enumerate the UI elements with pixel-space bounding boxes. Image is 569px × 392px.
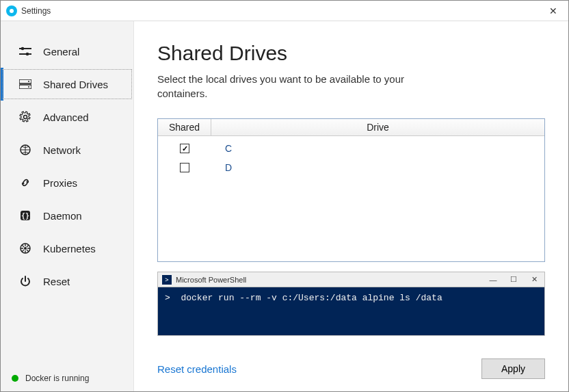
drives-table-header: Shared Drive [158,119,544,136]
drives-table: Shared Drive C D [157,118,545,262]
close-button[interactable]: ✕ [544,3,563,19]
content-footer: Reset credentials Apply [157,345,545,379]
sidebar-item-label: Advanced [43,112,89,123]
main-area: General Shared Drives Advanced Network P [1,21,568,391]
braces-icon: {} [17,209,34,222]
helm-icon [17,241,34,255]
drives-table-body: C D [158,136,544,177]
sidebar-item-label: Reset [43,276,70,287]
power-icon [17,274,34,288]
apply-button[interactable]: Apply [481,358,545,379]
status-indicator-icon [12,375,18,382]
window-title: Settings [21,6,51,16]
sidebar-item-advanced[interactable]: Advanced [1,101,133,133]
terminal-minimize-button[interactable]: — [483,273,503,287]
reset-credentials-link[interactable]: Reset credentials [157,363,237,375]
column-header-shared[interactable]: Shared [158,119,211,135]
sidebar-item-proxies[interactable]: Proxies [1,166,133,199]
drive-row[interactable]: D [158,158,544,177]
terminal-titlebar: > Microsoft PowerShell — ☐ ✕ [157,272,545,287]
drive-name: D [211,162,544,173]
svg-point-5 [28,86,29,88]
page-title: Shared Drives [157,42,545,65]
terminal-maximize-button[interactable]: ☐ [503,273,524,287]
sidebar-item-reset[interactable]: Reset [1,265,133,298]
svg-point-11 [24,247,27,250]
svg-point-1 [26,53,29,56]
sidebar-item-label: Kubernetes [43,243,96,254]
drive-name: C [211,143,544,154]
content-pane: Shared Drives Select the local drives yo… [134,21,568,391]
powershell-icon: > [162,275,172,285]
gear-icon [17,110,34,124]
svg-text:{}: {} [21,212,29,220]
sidebar-item-label: Shared Drives [43,79,108,90]
titlebar: Settings ✕ [1,1,568,21]
link-icon [17,176,34,190]
terminal-close-button[interactable]: ✕ [524,273,544,287]
sidebar-item-shared-drives[interactable]: Shared Drives [1,68,133,101]
svg-rect-2 [19,79,31,83]
sidebar-item-label: Network [43,144,81,156]
svg-rect-3 [19,85,31,89]
svg-point-4 [28,81,29,82]
sidebar-item-network[interactable]: Network [1,133,133,166]
sidebar-item-kubernetes[interactable]: Kubernetes [1,232,133,265]
drive-row[interactable]: C [158,139,544,158]
page-description: Select the local drives you want to be a… [157,72,431,101]
sidebar-item-label: Proxies [43,177,77,189]
terminal-command: docker run --rm -v c:/Users:/data alpine… [181,293,442,303]
drive-shared-checkbox[interactable] [180,144,189,153]
terminal-body: > docker run --rm -v c:/Users:/data alpi… [157,287,545,336]
sidebar-item-label: Daemon [43,210,82,222]
drive-shared-checkbox[interactable] [180,163,189,172]
globe-icon [17,143,34,157]
sidebar-item-label: General [43,46,79,57]
app-icon [6,5,17,16]
column-header-drive[interactable]: Drive [211,119,544,135]
sidebar-item-general[interactable]: General [1,35,133,68]
sidebar: General Shared Drives Advanced Network P [1,21,134,391]
terminal-example: > Microsoft PowerShell — ☐ ✕ > docker ru… [157,272,545,336]
terminal-title: Microsoft PowerShell [176,276,246,284]
drives-icon [17,77,34,91]
status-bar: Docker is running [1,365,133,391]
svg-point-0 [21,47,25,51]
slider-icon [17,44,34,58]
sidebar-item-daemon[interactable]: {} Daemon [1,199,133,232]
svg-point-6 [24,116,27,119]
status-text: Docker is running [25,374,89,383]
